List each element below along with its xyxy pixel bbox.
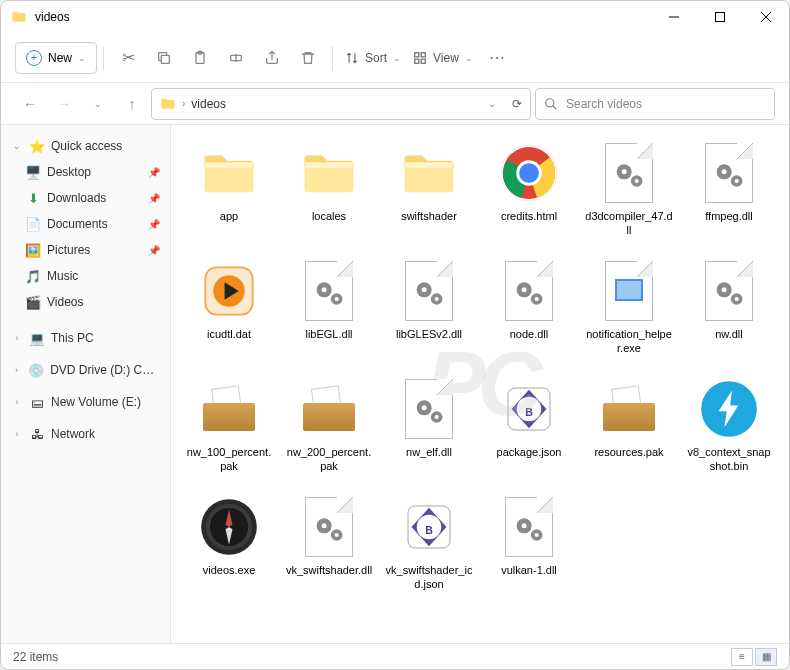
file-item[interactable]: icudtl.dat: [179, 255, 279, 373]
file-item[interactable]: notification_helper.exe: [579, 255, 679, 373]
more-icon[interactable]: ⋯: [479, 40, 515, 76]
sort-icon: [345, 51, 359, 65]
chrome-icon: [497, 141, 561, 205]
file-label: ffmpeg.dll: [701, 209, 757, 223]
sidebar: ⌄ ⭐ Quick access 🖥️Desktop📌 ⬇Downloads📌 …: [1, 125, 171, 643]
paste-icon[interactable]: [182, 40, 218, 76]
window-title: videos: [35, 10, 651, 24]
expand-icon[interactable]: ›: [11, 333, 23, 343]
file-label: resources.pak: [590, 445, 667, 459]
view-button[interactable]: View ⌄: [407, 51, 479, 65]
file-grid[interactable]: PC applocalesswiftshadercredits.htmld3dc…: [171, 125, 789, 643]
file-item[interactable]: Bpackage.json: [479, 373, 579, 491]
file-label: locales: [308, 209, 350, 223]
file-item[interactable]: vulkan-1.dll: [479, 491, 579, 609]
svg-text:B: B: [525, 406, 533, 418]
address-bar[interactable]: › videos ⌄ ⟳: [151, 88, 531, 120]
sidebar-item-documents[interactable]: 📄Documents📌: [5, 211, 166, 237]
history-dropdown-icon[interactable]: ⌄: [488, 98, 496, 109]
pak-icon: [597, 377, 661, 441]
file-item[interactable]: swiftshader: [379, 137, 479, 255]
cut-icon[interactable]: ✂: [110, 40, 146, 76]
sidebar-item-videos[interactable]: 🎬Videos: [5, 289, 166, 315]
expand-icon[interactable]: ›: [11, 397, 23, 407]
back-button[interactable]: ←: [15, 89, 45, 119]
sidebar-volume[interactable]: ›🖴New Volume (E:): [5, 389, 166, 415]
file-item[interactable]: vk_swiftshader.dll: [279, 491, 379, 609]
svg-point-34: [522, 287, 527, 292]
json-icon: B: [397, 495, 461, 559]
file-item[interactable]: nw_elf.dll: [379, 373, 479, 491]
search-input[interactable]: Search videos: [535, 88, 775, 120]
file-label: d3dcompiler_47.dll: [581, 209, 677, 238]
sort-button[interactable]: Sort ⌄: [339, 51, 407, 65]
dll-icon: [497, 259, 561, 323]
file-label: vk_swiftshader_icd.json: [381, 563, 477, 592]
forward-button[interactable]: →: [49, 89, 79, 119]
file-item[interactable]: libEGL.dll: [279, 255, 379, 373]
sidebar-item-downloads[interactable]: ⬇Downloads📌: [5, 185, 166, 211]
up-button[interactable]: ↑: [117, 89, 147, 119]
file-label: notification_helper.exe: [581, 327, 677, 356]
recent-dropdown[interactable]: ⌄: [83, 89, 113, 119]
details-view-toggle[interactable]: ≡: [731, 648, 753, 666]
svg-rect-8: [421, 59, 425, 63]
file-item[interactable]: nw_100_percent.pak: [179, 373, 279, 491]
breadcrumb-separator: ›: [182, 98, 185, 109]
file-label: package.json: [493, 445, 566, 459]
file-label: vk_swiftshader.dll: [282, 563, 376, 577]
share-icon[interactable]: [254, 40, 290, 76]
sidebar-dvd-drive[interactable]: ›💿DVD Drive (D:) CCCC: [5, 357, 166, 383]
expand-icon[interactable]: ⌄: [11, 141, 23, 151]
dll-icon: [297, 495, 361, 559]
copy-icon[interactable]: [146, 40, 182, 76]
expand-icon[interactable]: ›: [11, 365, 22, 375]
file-item[interactable]: nw.dll: [679, 255, 779, 373]
maximize-button[interactable]: [697, 1, 743, 33]
minimize-button[interactable]: [651, 1, 697, 33]
rename-icon[interactable]: [218, 40, 254, 76]
file-item[interactable]: v8_context_snapshot.bin: [679, 373, 779, 491]
file-item[interactable]: node.dll: [479, 255, 579, 373]
svg-rect-7: [415, 59, 419, 63]
file-item[interactable]: app: [179, 137, 279, 255]
file-label: icudtl.dat: [203, 327, 255, 341]
file-item[interactable]: ffmpeg.dll: [679, 137, 779, 255]
file-item[interactable]: d3dcompiler_47.dll: [579, 137, 679, 255]
window-folder-icon: [11, 9, 27, 25]
refresh-icon[interactable]: ⟳: [512, 97, 522, 111]
delete-icon[interactable]: [290, 40, 326, 76]
sidebar-item-desktop[interactable]: 🖥️Desktop📌: [5, 159, 166, 185]
breadcrumb-current[interactable]: videos: [191, 97, 226, 111]
close-button[interactable]: [743, 1, 789, 33]
svg-point-53: [322, 523, 327, 528]
file-label: nw.dll: [711, 327, 747, 341]
sidebar-item-pictures[interactable]: 🖼️Pictures📌: [5, 237, 166, 263]
file-item[interactable]: libGLESv2.dll: [379, 255, 479, 373]
folder-icon: [197, 141, 261, 205]
network-icon: 🖧: [29, 426, 45, 442]
sidebar-quick-access[interactable]: ⌄ ⭐ Quick access: [5, 133, 166, 159]
file-item[interactable]: credits.html: [479, 137, 579, 255]
svg-point-32: [435, 297, 439, 301]
svg-point-19: [722, 169, 727, 174]
sidebar-network[interactable]: ›🖧Network: [5, 421, 166, 447]
file-item[interactable]: resources.pak: [579, 373, 679, 491]
dll-icon: [697, 259, 761, 323]
icons-view-toggle[interactable]: ▦: [755, 648, 777, 666]
dll-icon: [697, 141, 761, 205]
file-item[interactable]: videos.exe: [179, 491, 279, 609]
svg-point-17: [635, 179, 639, 183]
expand-icon[interactable]: ›: [11, 429, 23, 439]
sidebar-item-music[interactable]: 🎵Music: [5, 263, 166, 289]
file-item[interactable]: locales: [279, 137, 379, 255]
sidebar-this-pc[interactable]: ›💻This PC: [5, 325, 166, 351]
view-icon: [413, 51, 427, 65]
titlebar: videos: [1, 1, 789, 33]
videos-icon: 🎬: [25, 294, 41, 310]
new-button[interactable]: + New ⌄: [15, 42, 97, 74]
svg-rect-1: [161, 55, 169, 63]
file-item[interactable]: Bvk_swiftshader_icd.json: [379, 491, 479, 609]
star-icon: ⭐: [29, 138, 45, 154]
file-item[interactable]: nw_200_percent.pak: [279, 373, 379, 491]
